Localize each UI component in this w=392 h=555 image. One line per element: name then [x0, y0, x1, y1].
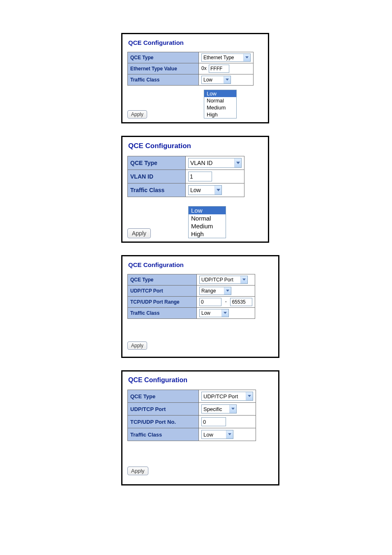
- chevron-down-icon: [224, 76, 231, 84]
- chevron-down-icon: [234, 158, 241, 167]
- option-medium[interactable]: Medium: [189, 222, 226, 230]
- config-table: QCE Type UDP/TCP Port UDP/TCP Port Range: [127, 274, 255, 319]
- udp-tcp-port-value: Range: [200, 287, 224, 295]
- qce-type-select[interactable]: Ethernet Type: [201, 53, 251, 62]
- panel-title: QCE Configuration: [128, 261, 273, 268]
- qce-panel-port-range: QCE Configuration QCE Type UDP/TCP Port …: [121, 255, 279, 358]
- apply-button[interactable]: Apply: [127, 228, 151, 238]
- chevron-down-icon: [246, 392, 253, 400]
- chevron-down-icon: [221, 309, 228, 317]
- chevron-down-icon: [243, 54, 250, 61]
- udp-tcp-port-select[interactable]: Specific: [201, 404, 237, 413]
- label-traffic-class: Traffic Class: [128, 428, 199, 441]
- label-vlan-id: VLAN ID: [128, 170, 186, 183]
- label-qce-type: QCE Type: [128, 52, 199, 63]
- panel-title: QCE Configuration: [128, 39, 263, 46]
- label-qce-type: QCE Type: [128, 390, 199, 403]
- chevron-down-icon: [226, 430, 233, 439]
- port-no-input[interactable]: 0: [201, 417, 226, 426]
- apply-button[interactable]: Apply: [127, 110, 147, 118]
- label-traffic-class: Traffic Class: [128, 308, 197, 319]
- config-table: QCE Type Ethernet Type Ethernet Type Val…: [127, 52, 254, 86]
- config-table: QCE Type VLAN ID VLAN ID 1 Traffic: [127, 156, 244, 197]
- range-separator: -: [225, 299, 227, 304]
- qce-type-value: UDP/TCP Port: [200, 276, 240, 283]
- label-qce-type: QCE Type: [128, 156, 186, 170]
- udp-tcp-port-select[interactable]: Range: [199, 287, 231, 295]
- option-medium[interactable]: Medium: [204, 104, 236, 111]
- option-high[interactable]: High: [189, 230, 226, 238]
- option-normal[interactable]: Normal: [189, 214, 226, 222]
- traffic-class-select[interactable]: Low: [201, 76, 231, 84]
- label-traffic-class: Traffic Class: [128, 74, 199, 86]
- traffic-class-select[interactable]: Low: [201, 430, 233, 439]
- qce-panel-vlan: QCE Configuration QCE Type VLAN ID VLAN …: [121, 136, 269, 243]
- qce-panel-port-specific: QCE Configuration QCE Type UDP/TCP Port …: [121, 370, 279, 485]
- chevron-down-icon: [214, 186, 221, 195]
- traffic-class-value: Low: [202, 430, 226, 439]
- qce-type-select[interactable]: VLAN ID: [188, 158, 242, 168]
- chevron-down-icon: [240, 276, 247, 283]
- config-table: QCE Type UDP/TCP Port UDP/TCP Port Speci…: [127, 390, 256, 441]
- qce-type-value: Ethernet Type: [202, 54, 243, 61]
- traffic-class-select[interactable]: Low: [199, 309, 229, 317]
- option-low[interactable]: Low: [189, 207, 226, 214]
- label-port-no: TCP/UDP Port No.: [128, 416, 199, 428]
- option-high[interactable]: High: [204, 111, 236, 118]
- apply-button[interactable]: Apply: [127, 341, 147, 350]
- qce-type-value: UDP/TCP Port: [202, 392, 246, 400]
- panel-title: QCE Configuration: [128, 142, 263, 150]
- qce-panel-ethernet: QCE Configuration QCE Type Ethernet Type…: [121, 33, 269, 123]
- udp-tcp-port-value: Specific: [202, 405, 229, 413]
- traffic-class-select[interactable]: Low: [188, 185, 222, 195]
- label-port-range: TCP/UDP Port Range: [128, 297, 197, 308]
- option-normal[interactable]: Normal: [204, 97, 236, 104]
- vlan-id-input[interactable]: 1: [188, 172, 212, 181]
- label-eth-type-value: Ethernet Type Value: [128, 63, 199, 74]
- qce-type-select[interactable]: UDP/TCP Port: [199, 276, 248, 284]
- chevron-down-icon: [224, 287, 231, 295]
- port-range-low-input[interactable]: 0: [199, 298, 221, 306]
- traffic-class-value: Low: [200, 309, 221, 317]
- chevron-down-icon: [229, 405, 236, 413]
- traffic-class-value: Low: [202, 76, 224, 84]
- option-low[interactable]: Low: [204, 90, 236, 97]
- apply-button[interactable]: Apply: [127, 467, 148, 475]
- traffic-class-value: Low: [189, 186, 214, 195]
- qce-type-value: VLAN ID: [189, 158, 234, 167]
- traffic-class-listbox[interactable]: Low Normal Medium High: [204, 90, 237, 118]
- label-udp-tcp-port: UDP/TCP Port: [128, 286, 197, 297]
- label-qce-type: QCE Type: [128, 274, 197, 286]
- traffic-class-listbox[interactable]: Low Normal Medium High: [188, 206, 226, 238]
- qce-type-select[interactable]: UDP/TCP Port: [201, 392, 253, 401]
- port-range-high-input[interactable]: 65535: [230, 298, 252, 306]
- eth-type-input[interactable]: FFFF: [209, 65, 229, 73]
- label-udp-tcp-port: UDP/TCP Port: [128, 403, 199, 416]
- hex-prefix: 0x: [201, 65, 208, 71]
- label-traffic-class: Traffic Class: [128, 183, 186, 197]
- panel-title: QCE Configuration: [128, 376, 273, 384]
